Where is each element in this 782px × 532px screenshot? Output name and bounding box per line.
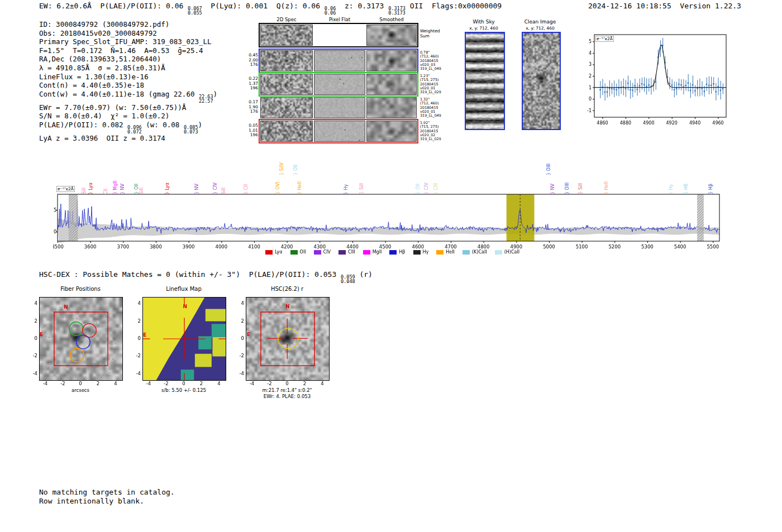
text-segment: Primary Spec_Slot_IFU_AMP: 319_083_023_L… (39, 37, 212, 46)
y-tick-label: 2 (235, 318, 244, 324)
withsky-coords: x, y: 712, 460 (459, 26, 508, 31)
legend-item-MgII: MgII (363, 250, 382, 255)
info-line: P(LAE)/P(OII): 0.082 0.0960.072 (w: 0.08… (39, 121, 217, 134)
2d-spec-cutout-row3 (260, 97, 313, 118)
legend-swatch (436, 250, 444, 255)
legend-item-HeII: HeII (436, 250, 455, 255)
x-tick-label: 2 (299, 381, 310, 386)
legend-label: Hβ (399, 250, 405, 255)
stacked-uncertainty: 0.0850.073 (184, 125, 198, 134)
x-tick-label: -2 (264, 381, 275, 386)
legend-label: (H)CaII (504, 250, 519, 255)
legend-label: OII (300, 250, 306, 255)
text-segment: LineFlux = 1.30(±0.13)e-16 (39, 73, 149, 81)
withsky-image (465, 32, 505, 130)
x-tick-label: -4 (40, 381, 51, 386)
x-tick-label: 4 (213, 381, 225, 386)
legend-item-Hγ: Hγ (413, 250, 429, 255)
legend-item-OII: OII (290, 250, 306, 255)
cutout-row-scale-labels: 0.171.90176 (242, 100, 258, 114)
info-line: Primary Spec_Slot_IFU_AMP: 319_083_023_L… (39, 37, 217, 46)
legend-swatch (389, 250, 397, 255)
compass-north: N (64, 304, 68, 310)
text-segment: F=1.5" T=0.172 N̄=1.46 A=0.53 ḡ=25.4 (39, 46, 203, 55)
legend-label: (K)CaII (472, 250, 487, 255)
lineflux-map-title: Lineflux Map (142, 286, 225, 292)
compass-east: E (247, 332, 250, 337)
footer-notes: No matching targets in catalog. Row inte… (39, 488, 175, 505)
y-tick-label: 4 (235, 300, 244, 306)
summary-stats-line: EW: 6.2±0.6Å P(LAE)/P(OII): 0.06 0.0670.… (39, 2, 502, 15)
legend-label: MgII (373, 250, 382, 255)
legend-swatch (265, 250, 273, 255)
full-spectrum-plot: e⁻¹⁷x2Å SiII} LyαCII} MgII} NV} OIISiII}… (53, 141, 732, 261)
annotation-line: 319_LL_029 (420, 137, 450, 141)
pixel-flat-cutout-row1 (314, 50, 365, 71)
y-tick-label: 4 (131, 300, 141, 306)
legend-swatch (314, 250, 321, 255)
legend-item-CIII: CIII (338, 250, 355, 255)
legend-label: CIII (348, 250, 355, 255)
legend-item-CIV: CIV (314, 250, 331, 255)
cutout-col-header-2dspec: 2D Spec (260, 17, 313, 22)
scale-value: 196 (242, 133, 258, 138)
y-tick-label: -4 (131, 371, 141, 376)
cutout-row-annotation: WeightedSum (420, 29, 450, 39)
smoothed-cutout-row3 (366, 97, 417, 118)
2d-spec-cutout-row0 (260, 25, 313, 46)
text-segment: Cont(n) = 4.40(±0.35)e-18 (39, 81, 144, 89)
annotation-line: 319_LL_049 (420, 67, 450, 71)
pixel-flat-cutout-row2 (314, 74, 365, 95)
line-fit-plot: e⁻¹⁷x2Å (581, 27, 729, 136)
cutout-col-header-pixelflat: Pixel Flat (314, 17, 365, 22)
text-segment: (r) (355, 270, 373, 279)
text-segment: λ = 4910.85Å σ = 2.85(±0.31)Å (39, 64, 165, 72)
spectrum-legend: LyαOIICIVCIIIMgIIHβHγHeII(K)CaII(H)CaII (53, 250, 732, 255)
legend-swatch (413, 250, 421, 255)
lineflux-map-image (142, 297, 226, 381)
cutout-row-scale-labels: 0.051.01196 (242, 123, 258, 138)
legend-item-(K)CaII: (K)CaII (462, 250, 487, 255)
2d-spec-cutout-row2 (260, 74, 313, 95)
x-tick-label: 2 (196, 381, 207, 386)
y-tick-label: 2 (131, 318, 141, 324)
info-line: Cont(w) = 4.40(±0.11)e-18 (gmag 22.60 22… (39, 90, 217, 103)
lineflux-map-xlabel: s/b: 5.50 +/- 0.125 (136, 387, 232, 393)
text-segment: ) (198, 121, 203, 129)
x-tick-label: 4 (110, 381, 121, 386)
text-segment: ) (213, 90, 218, 98)
stacked-uncertainty: 0.31730.3173 (388, 6, 406, 15)
legend-label: Hγ (423, 250, 429, 255)
legend-label: Lyα (275, 250, 283, 255)
x-tick-label: -4 (143, 381, 154, 386)
info-line: S/N = 8.0(±0.4) χ² = 1.0(±0.2) (39, 112, 217, 121)
stacked-uncertainty: 22.6322.57 (199, 94, 213, 103)
y-tick-label: 0 (235, 336, 244, 341)
text-segment: P(LAE)/P(OII): 0.082 (39, 121, 127, 129)
scale-value: 176 (242, 109, 258, 114)
y-tick-label: -2 (28, 353, 37, 358)
x-tick-label: 4 (317, 381, 328, 386)
y-tick-label: -2 (235, 353, 244, 358)
cutout-row-scale-labels: 0.452.00176 (242, 53, 258, 68)
legend-label: HeII (446, 250, 455, 255)
info-line: Cont(n) = 4.40(±0.35)e-18 (39, 81, 217, 90)
legend-swatch (363, 250, 370, 255)
cutout-row-annotation: 0.78"(712, 460)20180415v020_03319_LL_049 (420, 51, 450, 71)
full-spectrum-canvas (53, 141, 732, 253)
x-tick-label: -2 (161, 381, 172, 386)
y-tick-label: 2 (28, 318, 37, 324)
full-spectrum-ylabel: e⁻¹⁷x2Å (56, 186, 75, 192)
2d-spec-cutout-row1 (260, 50, 313, 71)
annotation-line: Sum (420, 34, 450, 39)
legend-swatch (338, 250, 346, 255)
lineflux-map-panel: Lineflux Map s/b: 5.50 +/- 0.125 420-2-4… (131, 285, 246, 403)
scale-value: 176 (242, 63, 258, 68)
hsc-cutout-xlabel1: m:21.7 re:1.4" s:0.2" (239, 387, 335, 393)
x-tick-label: 0 (75, 381, 86, 386)
annotation-line: 319_LL_049 (420, 114, 450, 118)
text-segment: HSC-DEX : Possible Matches = 0 (within +… (39, 270, 341, 279)
fiber-positions-panel: Fiber Positions arcsecs 420-2-4-4-2024NE (28, 285, 142, 403)
legend-label: CIV (323, 250, 331, 255)
y-tick-label: -2 (131, 353, 141, 358)
